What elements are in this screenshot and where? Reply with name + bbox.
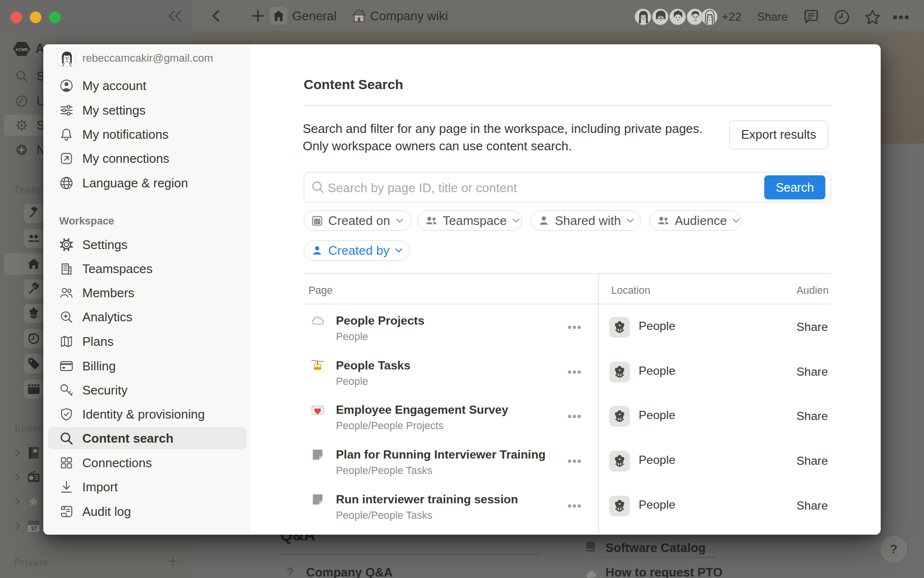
svg-text:ACME: ACME [15, 47, 28, 52]
svg-text:17: 17 [31, 525, 37, 531]
